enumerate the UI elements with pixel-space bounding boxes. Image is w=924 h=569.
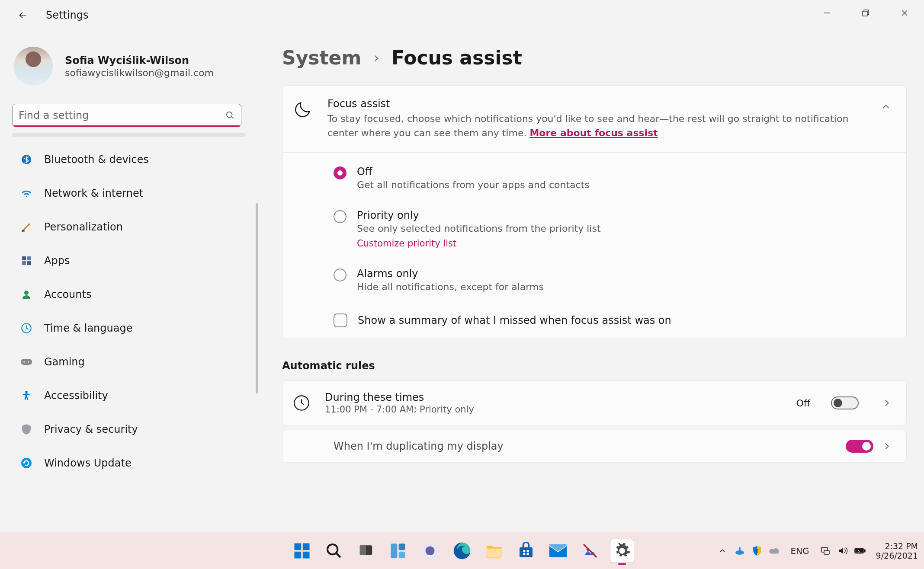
maximize-button[interactable] bbox=[846, 0, 885, 26]
network-tray-icon[interactable] bbox=[820, 545, 831, 556]
rule-during-times[interactable]: During these times 11:00 PM - 7:00 AM; P… bbox=[282, 380, 907, 425]
search-input[interactable] bbox=[19, 109, 225, 121]
clock[interactable]: 2:32 PM 9/26/2021 bbox=[876, 541, 918, 560]
sidebar-item-personalization[interactable]: Personalization bbox=[12, 214, 247, 240]
battery-tray-icon[interactable] bbox=[854, 545, 866, 556]
rule-toggle[interactable] bbox=[846, 440, 873, 453]
taskbar-center bbox=[290, 539, 634, 563]
rule-duplicating-display[interactable]: When I'm duplicating my display bbox=[282, 430, 907, 463]
sidebar-item-label: Windows Update bbox=[44, 457, 132, 469]
volume-tray-icon[interactable] bbox=[837, 545, 848, 556]
sidebar-item-label: Accounts bbox=[44, 288, 91, 300]
back-button[interactable] bbox=[16, 8, 30, 22]
svg-point-5 bbox=[227, 112, 232, 118]
svg-rect-21 bbox=[295, 543, 302, 550]
svg-rect-39 bbox=[523, 553, 525, 555]
svg-line-26 bbox=[336, 553, 340, 557]
sidebar-item-privacy[interactable]: Privacy & security bbox=[12, 417, 247, 442]
radio-option-alarms[interactable]: Alarms only Hide all notifications, exce… bbox=[282, 258, 906, 302]
svg-point-19 bbox=[21, 458, 32, 468]
page-title: Focus assist bbox=[391, 47, 522, 69]
tray-app1-icon[interactable] bbox=[734, 545, 745, 556]
focus-assist-card: Focus assist To stay focused, choose whi… bbox=[282, 85, 907, 339]
sidebar-item-label: Personalization bbox=[44, 221, 123, 233]
widgets-icon[interactable] bbox=[386, 539, 410, 563]
shield-icon bbox=[20, 423, 33, 436]
sidebar-item-bluetooth[interactable]: Bluetooth & devices bbox=[12, 147, 247, 172]
window-controls bbox=[807, 0, 924, 26]
sidebar-item-accounts[interactable]: Accounts bbox=[12, 282, 247, 307]
tray-security-icon[interactable]: ! bbox=[751, 545, 763, 556]
svg-rect-31 bbox=[399, 551, 405, 558]
sidebar-item-label: Privacy & security bbox=[44, 423, 138, 435]
apps-icon bbox=[20, 254, 33, 267]
svg-rect-40 bbox=[527, 553, 529, 555]
sidebar-item-gaming[interactable]: Gaming bbox=[12, 349, 247, 374]
svg-point-18 bbox=[25, 391, 27, 393]
tray-onedrive-icon[interactable] bbox=[769, 545, 780, 556]
chevron-right-icon[interactable] bbox=[882, 398, 892, 408]
toggle-state-label: Off bbox=[796, 398, 810, 409]
sidebar-item-apps[interactable]: Apps bbox=[12, 248, 247, 273]
rule-title: When I'm duplicating my display bbox=[334, 440, 846, 452]
language-indicator[interactable]: ENG bbox=[790, 546, 809, 556]
start-button[interactable] bbox=[290, 539, 314, 563]
radio-alarms-only[interactable] bbox=[334, 269, 346, 281]
radio-option-priority[interactable]: Priority only See only selected notifica… bbox=[282, 200, 906, 258]
gamepad-icon bbox=[20, 355, 33, 368]
radio-priority-only[interactable] bbox=[334, 210, 346, 223]
chevron-right-icon[interactable] bbox=[882, 441, 892, 451]
svg-rect-35 bbox=[487, 548, 502, 557]
teams-icon[interactable] bbox=[418, 539, 442, 563]
close-button[interactable] bbox=[885, 0, 924, 26]
taskbar[interactable]: ! ENG 2:32 PM 9/26/2021 bbox=[0, 532, 924, 569]
titlebar: Settings bbox=[0, 0, 924, 30]
focus-assist-header[interactable]: Focus assist To stay focused, choose whi… bbox=[282, 86, 906, 152]
radio-desc: See only selected notifications from the… bbox=[357, 223, 601, 234]
search-task-icon[interactable] bbox=[322, 539, 346, 563]
search-box[interactable] bbox=[12, 104, 241, 127]
radio-option-off[interactable]: Off Get all notifications from your apps… bbox=[282, 153, 906, 200]
store-icon[interactable] bbox=[514, 539, 538, 563]
task-view-icon[interactable] bbox=[354, 539, 378, 563]
radio-off[interactable] bbox=[334, 166, 346, 179]
sidebar-item-network[interactable]: Network & internet bbox=[12, 181, 247, 206]
rule-toggle[interactable] bbox=[831, 396, 859, 409]
nav-list: Bluetooth & devices Network & internet P… bbox=[12, 147, 247, 476]
photos-icon[interactable] bbox=[578, 539, 602, 563]
moon-icon bbox=[293, 99, 313, 119]
profile-block[interactable]: Sofia Wyciślik-Wilson sofiawycislikwilso… bbox=[14, 47, 246, 86]
focus-assist-title: Focus assist bbox=[327, 98, 866, 110]
svg-rect-11 bbox=[22, 261, 26, 265]
rule-desc: 11:00 PM - 7:00 AM; Priority only bbox=[325, 404, 782, 415]
radio-desc: Get all notifications from your apps and… bbox=[357, 179, 590, 190]
sidebar-item-accessibility[interactable]: Accessibility bbox=[12, 383, 247, 408]
tray-chevron-icon[interactable] bbox=[717, 545, 728, 556]
svg-rect-46 bbox=[739, 547, 741, 552]
svg-point-33 bbox=[426, 546, 435, 555]
svg-point-17 bbox=[28, 361, 29, 363]
sidebar-item-time-language[interactable]: Time & language bbox=[12, 316, 247, 341]
radio-title: Alarms only bbox=[357, 268, 544, 280]
clock-date: 9/26/2021 bbox=[876, 551, 918, 560]
edge-icon[interactable] bbox=[450, 539, 474, 563]
summary-checkbox[interactable] bbox=[334, 313, 347, 327]
breadcrumb: System › Focus assist bbox=[282, 47, 907, 69]
chevron-up-icon[interactable] bbox=[880, 101, 892, 112]
summary-checkbox-row[interactable]: Show a summary of what I missed when foc… bbox=[282, 302, 906, 339]
customize-priority-list-link[interactable]: Customize priority list bbox=[357, 238, 456, 249]
svg-point-16 bbox=[23, 361, 25, 363]
sidebar-item-windows-update[interactable]: Windows Update bbox=[12, 451, 247, 476]
sidebar-item-label: Apps bbox=[44, 255, 70, 267]
sidebar-scrollbar[interactable] bbox=[256, 203, 258, 393]
sidebar: Sofia Wyciślik-Wilson sofiawycislikwilso… bbox=[12, 47, 246, 484]
avatar bbox=[14, 47, 53, 86]
minimize-button[interactable] bbox=[807, 0, 846, 26]
sidebar-divider bbox=[12, 133, 246, 137]
mail-icon[interactable] bbox=[546, 539, 570, 563]
explorer-icon[interactable] bbox=[482, 539, 506, 563]
more-about-focus-assist-link[interactable]: More about focus assist bbox=[529, 128, 658, 138]
summary-checkbox-label: Show a summary of what I missed when foc… bbox=[358, 314, 671, 326]
settings-task-icon[interactable] bbox=[610, 539, 634, 563]
breadcrumb-parent[interactable]: System bbox=[282, 47, 361, 69]
